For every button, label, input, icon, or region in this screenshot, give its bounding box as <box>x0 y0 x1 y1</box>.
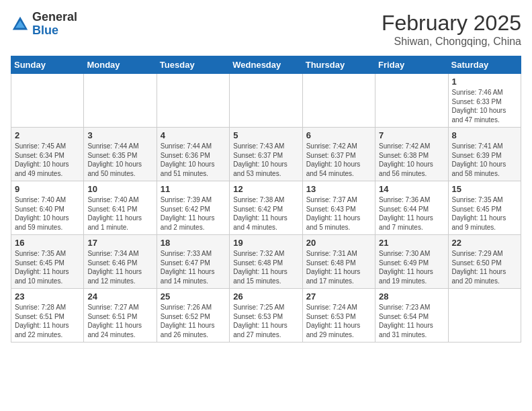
day-number: 13 <box>306 184 371 194</box>
month-title: February 2025 <box>382 11 521 36</box>
day-info: Sunrise: 7:44 AM Sunset: 6:36 PM Dayligh… <box>161 142 226 178</box>
day-cell: 19Sunrise: 7:32 AM Sunset: 6:48 PM Dayli… <box>230 235 302 289</box>
day-cell: 14Sunrise: 7:36 AM Sunset: 6:44 PM Dayli… <box>375 181 448 235</box>
day-cell <box>11 74 84 128</box>
day-cell: 26Sunrise: 7:25 AM Sunset: 6:53 PM Dayli… <box>230 289 302 342</box>
day-info: Sunrise: 7:33 AM Sunset: 6:47 PM Dayligh… <box>161 249 226 285</box>
day-cell: 7Sunrise: 7:42 AM Sunset: 6:38 PM Daylig… <box>375 128 448 181</box>
day-info: Sunrise: 7:28 AM Sunset: 6:51 PM Dayligh… <box>15 303 80 339</box>
day-number: 2 <box>15 130 80 140</box>
day-number: 6 <box>306 130 371 140</box>
day-cell: 16Sunrise: 7:35 AM Sunset: 6:45 PM Dayli… <box>11 235 84 289</box>
day-cell <box>84 74 157 128</box>
day-number: 19 <box>233 238 298 248</box>
day-number: 7 <box>379 130 444 140</box>
day-cell <box>448 289 521 342</box>
day-info: Sunrise: 7:25 AM Sunset: 6:53 PM Dayligh… <box>233 303 298 339</box>
day-cell: 25Sunrise: 7:26 AM Sunset: 6:52 PM Dayli… <box>157 289 229 342</box>
day-cell: 12Sunrise: 7:38 AM Sunset: 6:42 PM Dayli… <box>230 181 302 235</box>
day-cell: 20Sunrise: 7:31 AM Sunset: 6:48 PM Dayli… <box>302 235 375 289</box>
title-block: February 2025 Shiwan, Chongqing, China <box>382 11 521 48</box>
day-number: 22 <box>452 238 517 248</box>
weekday-header-saturday: Saturday <box>448 56 521 74</box>
day-info: Sunrise: 7:34 AM Sunset: 6:46 PM Dayligh… <box>87 249 152 285</box>
day-cell <box>375 74 448 128</box>
day-cell: 1Sunrise: 7:46 AM Sunset: 6:33 PM Daylig… <box>448 74 521 128</box>
day-number: 27 <box>306 291 371 302</box>
logo-icon <box>11 15 30 34</box>
week-row-2: 2Sunrise: 7:45 AM Sunset: 6:34 PM Daylig… <box>11 128 521 181</box>
day-number: 20 <box>306 238 371 248</box>
day-info: Sunrise: 7:41 AM Sunset: 6:39 PM Dayligh… <box>452 142 517 178</box>
day-info: Sunrise: 7:31 AM Sunset: 6:48 PM Dayligh… <box>306 249 371 285</box>
day-number: 15 <box>452 184 517 194</box>
day-number: 21 <box>379 238 444 248</box>
day-number: 17 <box>87 238 152 248</box>
day-cell: 18Sunrise: 7:33 AM Sunset: 6:47 PM Dayli… <box>157 235 229 289</box>
day-cell: 24Sunrise: 7:27 AM Sunset: 6:51 PM Dayli… <box>84 289 157 342</box>
day-cell: 3Sunrise: 7:44 AM Sunset: 6:35 PM Daylig… <box>84 128 157 181</box>
logo-general-text: General <box>32 10 77 24</box>
day-cell <box>230 74 302 128</box>
weekday-header-friday: Friday <box>375 56 448 74</box>
day-number: 23 <box>15 291 80 302</box>
day-info: Sunrise: 7:27 AM Sunset: 6:51 PM Dayligh… <box>87 303 152 339</box>
day-info: Sunrise: 7:32 AM Sunset: 6:48 PM Dayligh… <box>233 249 298 285</box>
week-row-1: 1Sunrise: 7:46 AM Sunset: 6:33 PM Daylig… <box>11 74 521 128</box>
weekday-header-row: SundayMondayTuesdayWednesdayThursdayFrid… <box>11 56 521 74</box>
day-number: 8 <box>452 130 517 140</box>
day-info: Sunrise: 7:23 AM Sunset: 6:54 PM Dayligh… <box>379 303 444 339</box>
day-number: 1 <box>452 77 517 87</box>
day-info: Sunrise: 7:42 AM Sunset: 6:37 PM Dayligh… <box>306 142 371 178</box>
day-number: 26 <box>233 291 298 302</box>
day-info: Sunrise: 7:44 AM Sunset: 6:35 PM Dayligh… <box>87 142 152 178</box>
week-row-5: 23Sunrise: 7:28 AM Sunset: 6:51 PM Dayli… <box>11 289 521 342</box>
day-number: 9 <box>15 184 80 194</box>
day-info: Sunrise: 7:36 AM Sunset: 6:44 PM Dayligh… <box>379 195 444 232</box>
day-number: 4 <box>161 130 226 140</box>
day-info: Sunrise: 7:40 AM Sunset: 6:41 PM Dayligh… <box>87 195 152 232</box>
weekday-header-wednesday: Wednesday <box>230 56 302 74</box>
day-number: 25 <box>161 291 226 302</box>
day-cell: 21Sunrise: 7:30 AM Sunset: 6:49 PM Dayli… <box>375 235 448 289</box>
week-row-4: 16Sunrise: 7:35 AM Sunset: 6:45 PM Dayli… <box>11 235 521 289</box>
day-info: Sunrise: 7:38 AM Sunset: 6:42 PM Dayligh… <box>233 195 298 232</box>
day-number: 14 <box>379 184 444 194</box>
day-info: Sunrise: 7:35 AM Sunset: 6:45 PM Dayligh… <box>452 195 517 232</box>
day-cell: 23Sunrise: 7:28 AM Sunset: 6:51 PM Dayli… <box>11 289 84 342</box>
weekday-header-thursday: Thursday <box>302 56 375 74</box>
weekday-header-tuesday: Tuesday <box>157 56 229 74</box>
day-cell: 22Sunrise: 7:29 AM Sunset: 6:50 PM Dayli… <box>448 235 521 289</box>
day-number: 24 <box>87 291 152 302</box>
day-cell: 6Sunrise: 7:42 AM Sunset: 6:37 PM Daylig… <box>302 128 375 181</box>
day-number: 10 <box>87 184 152 194</box>
logo-blue-text: Blue <box>32 24 58 37</box>
day-cell <box>157 74 229 128</box>
day-number: 16 <box>15 238 80 248</box>
day-number: 28 <box>379 291 444 302</box>
day-cell <box>302 74 375 128</box>
week-row-3: 9Sunrise: 7:40 AM Sunset: 6:40 PM Daylig… <box>11 181 521 235</box>
day-cell: 5Sunrise: 7:43 AM Sunset: 6:37 PM Daylig… <box>230 128 302 181</box>
day-info: Sunrise: 7:43 AM Sunset: 6:37 PM Dayligh… <box>233 142 298 178</box>
day-number: 12 <box>233 184 298 194</box>
day-cell: 17Sunrise: 7:34 AM Sunset: 6:46 PM Dayli… <box>84 235 157 289</box>
day-info: Sunrise: 7:30 AM Sunset: 6:49 PM Dayligh… <box>379 249 444 285</box>
day-cell: 10Sunrise: 7:40 AM Sunset: 6:41 PM Dayli… <box>84 181 157 235</box>
day-info: Sunrise: 7:42 AM Sunset: 6:38 PM Dayligh… <box>379 142 444 178</box>
day-cell: 9Sunrise: 7:40 AM Sunset: 6:40 PM Daylig… <box>11 181 84 235</box>
day-cell: 28Sunrise: 7:23 AM Sunset: 6:54 PM Dayli… <box>375 289 448 342</box>
day-number: 5 <box>233 130 298 140</box>
day-info: Sunrise: 7:29 AM Sunset: 6:50 PM Dayligh… <box>452 249 517 285</box>
day-info: Sunrise: 7:35 AM Sunset: 6:45 PM Dayligh… <box>15 249 80 285</box>
day-number: 11 <box>161 184 226 194</box>
weekday-header-monday: Monday <box>84 56 157 74</box>
day-cell: 13Sunrise: 7:37 AM Sunset: 6:43 PM Dayli… <box>302 181 375 235</box>
day-cell: 8Sunrise: 7:41 AM Sunset: 6:39 PM Daylig… <box>448 128 521 181</box>
day-number: 3 <box>87 130 152 140</box>
day-info: Sunrise: 7:39 AM Sunset: 6:42 PM Dayligh… <box>161 195 226 232</box>
day-cell: 11Sunrise: 7:39 AM Sunset: 6:42 PM Dayli… <box>157 181 229 235</box>
calendar-table: SundayMondayTuesdayWednesdayThursdayFrid… <box>11 56 521 342</box>
day-info: Sunrise: 7:46 AM Sunset: 6:33 PM Dayligh… <box>452 88 517 124</box>
weekday-header-sunday: Sunday <box>11 56 84 74</box>
